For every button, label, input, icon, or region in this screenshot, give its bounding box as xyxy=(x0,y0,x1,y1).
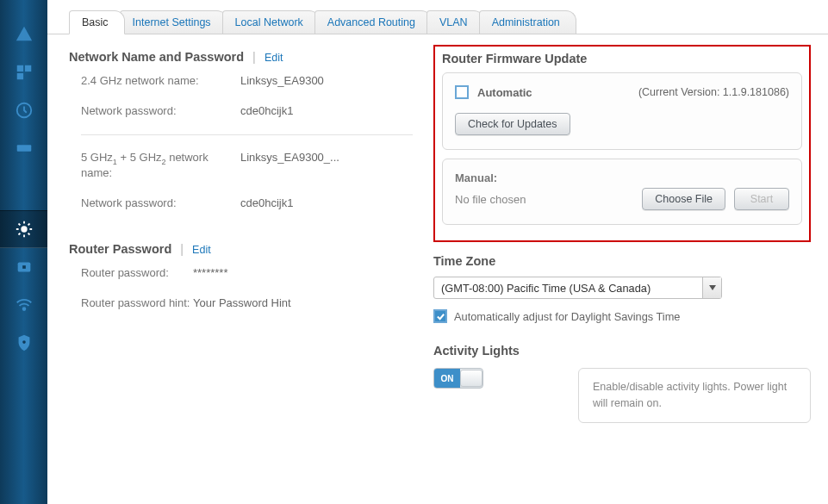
current-version-text: (Current Version: 1.1.9.181086) xyxy=(638,86,789,98)
edit-router-password-link[interactable]: Edit xyxy=(192,244,211,256)
svg-point-8 xyxy=(22,340,26,344)
svg-point-7 xyxy=(22,308,25,310)
value-24ghz-name: Linksys_EA9300 xyxy=(240,74,324,87)
firmware-auto-panel: Automatic (Current Version: 1.1.9.181086… xyxy=(442,72,802,150)
value-5ghz-name: Linksys_EA9300_... xyxy=(240,151,339,179)
label-5ghz-name: 5 GHz1 + 5 GHz2 network name: xyxy=(81,151,240,179)
dst-checkbox[interactable] xyxy=(433,309,447,323)
router-password-title: Router Password | Edit xyxy=(69,242,413,256)
activity-lights-title: Activity Lights xyxy=(433,344,811,358)
tab-local-network[interactable]: Local Network xyxy=(222,10,320,34)
manual-label: Manual: xyxy=(455,171,789,184)
activity-lights-description: Enable/disable activity lights. Power li… xyxy=(578,368,811,423)
svg-rect-1 xyxy=(24,65,30,72)
timezone-title: Time Zone xyxy=(433,254,811,268)
label-router-password-hint: Router password hint: xyxy=(81,296,193,309)
value-router-password: ******** xyxy=(193,266,227,279)
tab-basic[interactable]: Basic xyxy=(69,10,125,34)
toggle-knob xyxy=(460,370,482,387)
timezone-selected-value: (GMT-08:00) Pacific Time (USA & Canada) xyxy=(441,282,651,295)
dropdown-caret-icon xyxy=(702,277,721,298)
nav-troubleshoot-icon[interactable] xyxy=(0,248,47,286)
nav-security-icon[interactable] xyxy=(0,324,47,362)
label-24ghz-password: Network password: xyxy=(81,104,240,117)
dst-label: Automatically adjust for Daylight Saving… xyxy=(454,310,680,323)
sidebar xyxy=(0,0,47,504)
svg-rect-0 xyxy=(16,65,22,72)
label-router-password: Router password: xyxy=(81,266,193,279)
value-5ghz-password: cde0hcijk1 xyxy=(240,196,293,209)
firmware-update-title: Router Firmware Update xyxy=(442,52,802,65)
timezone-select[interactable]: (GMT-08:00) Pacific Time (USA & Canada) xyxy=(433,277,722,299)
tab-internet-settings[interactable]: Internet Settings xyxy=(120,10,227,34)
value-24ghz-password: cde0hcijk1 xyxy=(240,104,293,117)
tab-administration[interactable]: Administration xyxy=(479,10,576,34)
tab-row: Basic Internet Settings Local Network Ad… xyxy=(47,0,828,34)
nav-apps-icon[interactable] xyxy=(0,53,47,91)
nav-media-icon[interactable] xyxy=(0,129,47,167)
nav-status-icon[interactable] xyxy=(0,16,47,53)
value-router-password-hint: Your Password Hint xyxy=(193,296,291,309)
tab-advanced-routing[interactable]: Advanced Routing xyxy=(314,10,432,34)
automatic-label: Automatic xyxy=(477,86,532,99)
network-name-password-title: Network Name and Password | Edit xyxy=(69,50,413,64)
choose-file-button[interactable]: Choose File xyxy=(642,188,725,210)
nav-connectivity-icon[interactable] xyxy=(0,210,47,248)
svg-rect-4 xyxy=(16,145,31,151)
firmware-manual-panel: Manual: No file chosen Choose File Start xyxy=(442,159,802,225)
start-button[interactable]: Start xyxy=(734,188,789,210)
activity-lights-toggle[interactable]: ON xyxy=(433,368,483,389)
label-5ghz-password: Network password: xyxy=(81,196,240,209)
edit-network-link[interactable]: Edit xyxy=(265,52,283,64)
tab-vlan[interactable]: VLAN xyxy=(426,10,484,34)
firmware-update-highlight: Router Firmware Update Automatic (Curren… xyxy=(433,45,811,242)
no-file-chosen-text: No file chosen xyxy=(455,193,526,206)
nav-wireless-icon[interactable] xyxy=(0,286,47,324)
toggle-on-label: ON xyxy=(434,369,460,388)
svg-point-5 xyxy=(21,226,27,232)
automatic-update-checkbox[interactable] xyxy=(455,85,469,99)
check-updates-button[interactable]: Check for Updates xyxy=(455,113,570,135)
main-content: Basic Internet Settings Local Network Ad… xyxy=(47,0,828,504)
nav-parental-icon[interactable] xyxy=(0,91,47,129)
svg-rect-2 xyxy=(16,73,22,79)
label-24ghz-name: 2.4 GHz network name: xyxy=(81,74,240,87)
